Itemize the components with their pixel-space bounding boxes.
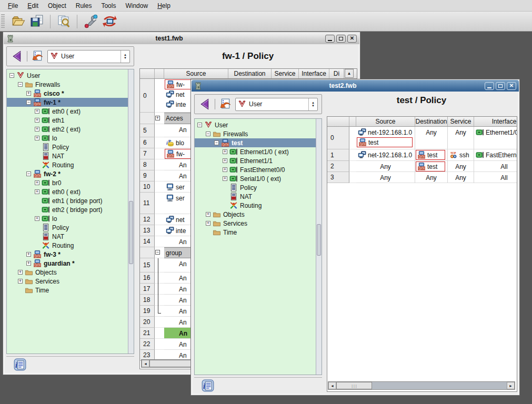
rule-number[interactable] <box>140 247 155 258</box>
rule-number[interactable]: 1 <box>327 149 349 161</box>
tree-item-firewalls[interactable]: −Firewalls <box>195 129 316 138</box>
tree-expander[interactable]: + <box>34 179 41 186</box>
column-header-num[interactable] <box>327 117 349 126</box>
rule-number[interactable]: 10 <box>140 181 155 193</box>
tree-expander[interactable]: + <box>26 260 33 267</box>
column-header-service[interactable]: Service <box>448 117 474 126</box>
tree-item-services[interactable]: +Services <box>195 219 316 228</box>
rule-cell-source[interactable]: net-192.168.1.0test <box>356 127 415 149</box>
tree-expander[interactable]: + <box>34 188 41 195</box>
menu-item-object[interactable]: Object <box>43 1 71 11</box>
rule-object-any[interactable]: Any <box>448 127 473 137</box>
rule-number[interactable]: 0 <box>327 127 349 149</box>
window-titlebar[interactable]: test2.fwb ✕ <box>192 80 519 92</box>
tree-item-cisco[interactable]: +cisco * <box>7 89 128 98</box>
tree-item-eth2-bridge-port[interactable]: eth2 ( bridge port) <box>7 205 128 214</box>
tree-item-serial1-0-ext[interactable]: +Serial1/0 ( ext) <box>195 174 316 183</box>
preferences-button[interactable] <box>82 13 99 30</box>
tree-expander[interactable]: + <box>34 108 41 115</box>
tree-item-br0[interactable]: +br0 <box>7 178 128 187</box>
tree-expander[interactable]: + <box>34 215 41 222</box>
rule-cell-interface[interactable]: FastEthernet0/0 <box>474 149 517 161</box>
column-header-num[interactable] <box>140 69 155 78</box>
rule-number[interactable]: 12 <box>140 214 155 225</box>
minimize-button[interactable] <box>485 82 494 90</box>
rule-object-test[interactable]: test <box>416 161 445 171</box>
tree-item-time[interactable]: Time <box>7 286 128 295</box>
rule-object-any[interactable]: All <box>475 161 517 171</box>
tree-expander[interactable]: + <box>222 175 229 182</box>
tree-item-lo[interactable]: +lo <box>7 214 128 223</box>
rule-number[interactable]: 11 <box>140 193 155 214</box>
rule-number[interactable]: 19 <box>140 306 155 317</box>
tree-item-user[interactable]: −User <box>7 71 128 80</box>
rule-cell-destination[interactable]: test <box>415 161 448 172</box>
rule-object-any[interactable]: All <box>475 173 517 183</box>
rule-number[interactable]: 2 <box>327 161 349 172</box>
menu-item-file[interactable]: File <box>3 1 23 11</box>
rule-number[interactable]: 6 <box>140 137 155 148</box>
tree-expander[interactable]: − <box>197 122 204 128</box>
tree-item-objects[interactable]: +Objects <box>7 268 128 277</box>
rule-object-any[interactable]: Any <box>448 173 473 183</box>
combo-spinner[interactable]: ▲▼ <box>121 50 129 63</box>
tree-expander[interactable]: + <box>205 220 212 227</box>
maximize-button[interactable] <box>496 82 505 90</box>
tree-item-nat[interactable]: NAT <box>7 232 128 241</box>
rule-object-any[interactable]: Any <box>448 161 473 171</box>
tree-expander[interactable]: − <box>17 81 24 88</box>
rule-number[interactable]: 15 <box>140 258 155 272</box>
rule-object-any[interactable]: Any <box>416 173 447 183</box>
tree-expander[interactable]: + <box>222 148 229 155</box>
tree-item-fw-3[interactable]: +fw-3 * <box>7 250 128 259</box>
scrollbar-thumb[interactable] <box>336 382 372 389</box>
tree-item-eth0-ext[interactable]: +eth0 ( ext) <box>7 187 128 196</box>
column-header-source[interactable]: Source <box>356 117 415 126</box>
tree-item-policy[interactable]: Policy <box>195 183 316 192</box>
tree-scrollbar[interactable] <box>316 119 322 375</box>
info-icon[interactable]: i <box>14 358 26 371</box>
rule-number[interactable]: 16 <box>140 272 155 284</box>
tree-expander[interactable]: + <box>17 278 24 285</box>
rule-object-any[interactable]: Any <box>357 161 414 171</box>
rule-number[interactable]: 21 <box>140 328 155 339</box>
rule-object-ethernet1-0[interactable]: Ethernet1/0 <box>475 127 517 137</box>
tree-item-objects[interactable]: +Objects <box>195 210 316 219</box>
maximize-button[interactable] <box>336 35 346 43</box>
tree-expander[interactable]: − <box>26 99 33 106</box>
tree-item-nat[interactable]: NAT <box>195 192 316 201</box>
tree-expander[interactable]: + <box>34 117 41 124</box>
tree-expander[interactable]: + <box>26 251 33 258</box>
rule-cell-destination[interactable]: Any <box>415 127 448 149</box>
rule-cell-service[interactable]: TCPssh <box>448 149 474 161</box>
tree-item-nat[interactable]: NAT <box>7 152 128 160</box>
rule-cell-destination[interactable]: test <box>415 149 448 161</box>
rule-object-ssh[interactable]: TCPssh <box>448 150 473 160</box>
close-button[interactable]: ✕ <box>507 82 516 90</box>
tree-item-test[interactable]: −test <box>195 138 316 147</box>
rule-object-net-192-168-1-0[interactable]: net-192.168.1.0 <box>357 127 414 137</box>
tree-item-services[interactable]: +Services <box>7 277 128 286</box>
tree-expander[interactable]: + <box>222 157 229 164</box>
column-header-destination[interactable]: Destination <box>228 69 272 78</box>
menu-item-rules[interactable]: Rules <box>71 1 97 11</box>
rule-cell-interface[interactable]: All <box>474 172 517 183</box>
tree-expander[interactable]: − <box>214 139 220 146</box>
tree-expander[interactable]: + <box>205 211 212 218</box>
rule-cell-service[interactable]: Any <box>448 127 474 149</box>
library-combo[interactable]: User ▲▼ <box>235 98 318 111</box>
new-object-button[interactable] <box>219 98 232 110</box>
column-header-interface[interactable]: Interface <box>299 69 329 78</box>
rule-number[interactable]: 17 <box>140 284 155 295</box>
back-button[interactable] <box>11 50 23 63</box>
rule-number[interactable]: 7 <box>140 148 155 159</box>
rule-number[interactable]: 13 <box>140 225 155 236</box>
rule-cell-source[interactable]: Any <box>356 172 415 183</box>
tree-item-firewalls[interactable]: −Firewalls <box>7 80 128 89</box>
menu-item-window[interactable]: Window <box>121 1 153 11</box>
tree-item-fw-2[interactable]: −fw-2 * <box>7 169 128 178</box>
tree-item-lo[interactable]: +lo <box>7 134 128 143</box>
tree-item-routing[interactable]: Routing <box>195 201 316 210</box>
rule-number[interactable]: 22 <box>140 339 155 350</box>
tree-item-time[interactable]: Time <box>195 228 316 237</box>
